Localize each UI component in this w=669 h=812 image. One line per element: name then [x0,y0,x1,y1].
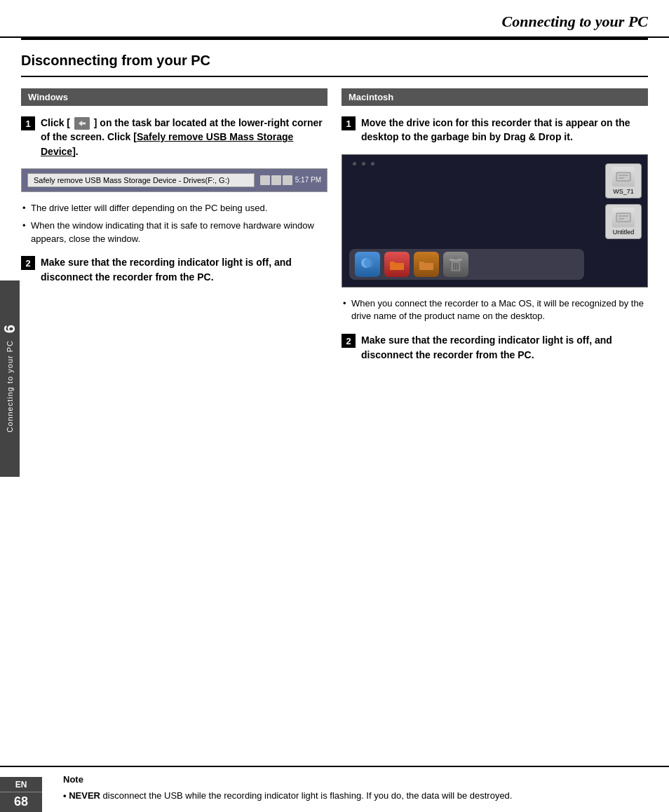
svg-rect-2 [619,175,628,176]
mac-drive-ws71-label: WS_71 [610,188,637,195]
page-header: Connecting to your PC [0,0,669,38]
svg-rect-4 [616,213,630,222]
mac-drive-untitled-label: Untitled [610,229,637,236]
mac-step-1: 1 Move the drive icon for this recorder … [342,116,648,144]
windows-bullet-1: The drive letter will differ depending o… [21,202,327,215]
page-title: Connecting to your PC [502,13,648,30]
mac-drive-icon-ws71: WS_71 [605,163,642,198]
mac-step2-text: Make sure that the recording indicator l… [361,333,648,362]
windows-taskbar-right: 5:17 PM [260,175,321,185]
windows-step1-text: Click [ ] on the task bar located at the… [41,116,327,158]
main-content: Disconnecting from your PC Windows 1 Cli… [0,40,669,372]
windows-step1-num: 1 [21,116,35,130]
dock-item-finder [355,252,380,277]
mac-drive-untitled-img [612,208,635,227]
svg-rect-1 [616,172,630,181]
windows-step-1: 1 Click [ ] on the task bar located at t… [21,116,327,158]
windows-popup-text: Safely remove USB Mass Storage Device - … [27,173,255,187]
footer-num: 68 [14,794,28,809]
mac-step-2: 2 Make sure that the recording indicator… [342,333,648,362]
mac-drive-icon-untitled: Untitled [605,204,642,239]
mac-column: Macintosh 1 Move the drive icon for this… [342,88,648,372]
dock-item-trash [443,252,468,277]
footer-page: EN 68 [0,777,42,812]
mac-screenshot: WS_71 Untitled [342,154,648,287]
dock-item-folder [384,252,410,277]
note-header: Note [63,774,512,785]
taskbar-icon-1 [260,175,270,185]
svg-point-8 [364,258,374,268]
sidebar-chapter-text: Connecting to your PC [6,340,14,433]
mac-drive-ws71-img [612,167,635,187]
footer-note: Note • NEVER disconnect the USB while th… [0,766,669,813]
section-title: Disconnecting from your PC [21,40,648,77]
taskbar-icon-3 [283,175,292,185]
svg-rect-11 [454,257,458,259]
note-never: • NEVER [63,790,100,801]
windows-step-2: 2 Make sure that the recording indicator… [21,255,327,284]
svg-rect-3 [619,177,624,179]
windows-step2-text: Make sure that the recording indicator l… [41,255,327,284]
dock-item-folder2 [414,252,439,277]
mac-dock [349,249,584,280]
footer-lang: EN [0,780,42,792]
taskbar-time: 5:17 PM [295,176,321,184]
windows-step2-num: 2 [21,256,35,270]
windows-column: Windows 1 Click [ ] on the task bar loca… [21,88,327,372]
sidebar-chapter-num: 6 [1,325,19,333]
two-column-layout: Windows 1 Click [ ] on the task bar loca… [21,88,648,372]
note-text: • NEVER disconnect the USB while the rec… [63,789,512,803]
mac-step1-text: Move the drive icon for this recorder th… [361,116,648,144]
windows-platform-header: Windows [21,88,327,106]
taskbar-icons [260,175,292,185]
mac-drive-icons: WS_71 Untitled [605,163,642,239]
mac-platform-header: Macintosh [342,88,648,106]
svg-rect-5 [619,215,628,217]
mac-bullets: When you connect the recorder to a Mac O… [342,297,648,324]
chapter-sidebar: 6 Connecting to your PC [0,280,20,477]
note-body: disconnect the USB while the recording i… [103,790,513,801]
mac-bullet-1: When you connect the recorder to a Mac O… [342,297,648,324]
windows-screenshot: Safely remove USB Mass Storage Device - … [21,168,327,192]
mac-step2-num: 2 [342,334,356,348]
windows-bullet-2: When the window indicating that it is sa… [21,219,327,246]
svg-rect-6 [619,218,624,219]
mac-step1-num: 1 [342,116,356,130]
taskbar-icon-2 [271,175,281,185]
windows-bullets: The drive letter will differ depending o… [21,202,327,246]
